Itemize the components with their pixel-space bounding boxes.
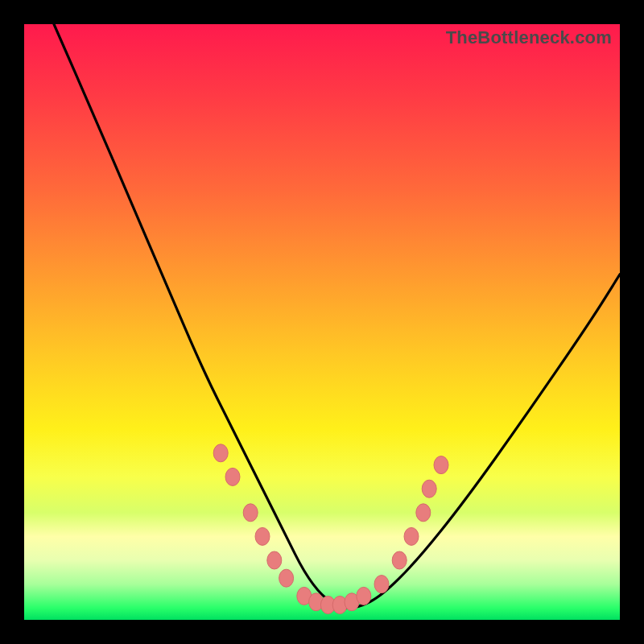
marker-group <box>213 444 448 614</box>
curve-marker <box>357 587 371 605</box>
curve-marker <box>422 480 436 497</box>
curve-marker <box>213 444 228 462</box>
curve-marker <box>267 551 282 569</box>
curve-marker <box>404 527 419 545</box>
valley-curve-path <box>54 24 620 608</box>
curve-marker <box>374 576 389 593</box>
plot-area: TheBottleneck.com <box>24 24 620 620</box>
valley-curve-svg <box>24 24 620 620</box>
curve-marker <box>392 551 407 569</box>
curve-marker <box>434 456 448 474</box>
curve-marker <box>225 468 240 485</box>
curve-marker <box>243 504 258 522</box>
chart-frame: TheBottleneck.com <box>0 0 644 644</box>
curve-marker <box>416 504 431 522</box>
curve-marker <box>279 569 294 587</box>
curve-marker <box>255 527 270 545</box>
